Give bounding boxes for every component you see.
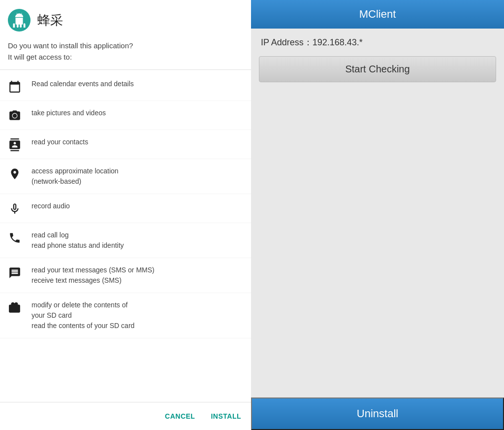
microphone-icon — [8, 202, 22, 216]
right-header: MClient — [251, 0, 504, 29]
cancel-button[interactable]: CANCEL — [163, 408, 197, 424]
list-item: modify or delete the contents ofyour SD … — [0, 293, 251, 338]
install-button[interactable]: INSTALL — [209, 408, 243, 424]
list-item: take pictures and videos — [0, 101, 251, 130]
permission-text: Read calendar events and details — [32, 79, 134, 89]
sms-icon — [8, 266, 22, 280]
svg-point-1 — [21, 15, 22, 16]
location-icon — [8, 167, 22, 181]
phone-icon — [8, 231, 22, 245]
permission-text: read your text messages (SMS or MMS)rece… — [32, 265, 155, 286]
permissions-list: Read calendar events and details take pi… — [0, 70, 251, 402]
android-robot-icon — [12, 13, 27, 28]
action-bar: CANCEL INSTALL — [0, 402, 251, 430]
list-item: read your text messages (SMS or MMS)rece… — [0, 258, 251, 293]
app-header: 蜂采 — [0, 0, 251, 38]
start-checking-button[interactable]: Start Checking — [259, 56, 496, 82]
app-name: 蜂采 — [37, 12, 63, 29]
permission-text: read call logread phone status and ident… — [32, 230, 124, 251]
install-prompt: Do you want to install this application?… — [0, 38, 251, 70]
install-prompt-line1: Do you want to install this application? — [8, 41, 133, 50]
ip-label: IP Address： — [261, 37, 313, 47]
svg-point-0 — [17, 15, 18, 16]
right-content-area — [251, 82, 504, 397]
list-item: access approximate location(network-base… — [0, 159, 251, 194]
calendar-icon — [8, 80, 22, 94]
list-item: read your contacts — [0, 130, 251, 159]
permission-text: record audio — [32, 201, 70, 211]
contacts-icon — [8, 138, 22, 152]
uninstall-button[interactable]: Uninstall — [251, 397, 504, 430]
permission-text: read your contacts — [32, 137, 88, 147]
mclient-title: MClient — [359, 8, 396, 20]
svg-point-3 — [13, 114, 17, 118]
camera-icon — [8, 109, 22, 123]
ip-address-row: IP Address：192.168.43.* — [251, 29, 504, 56]
list-item: Read calendar events and details — [0, 72, 251, 101]
permission-text: modify or delete the contents ofyour SD … — [32, 300, 134, 331]
app-icon — [8, 9, 31, 32]
mclient-panel: MClient IP Address：192.168.43.* Start Ch… — [251, 0, 504, 430]
permission-text: access approximate location(network-base… — [32, 166, 119, 187]
install-prompt-line2: It will get access to: — [8, 53, 72, 61]
ip-value: 192.168.43.* — [313, 37, 363, 47]
list-item: read call logread phone status and ident… — [0, 223, 251, 258]
list-item: record audio — [0, 194, 251, 223]
install-dialog: 蜂采 Do you want to install this applicati… — [0, 0, 251, 430]
storage-icon — [8, 301, 22, 315]
permission-text: take pictures and videos — [32, 108, 106, 118]
